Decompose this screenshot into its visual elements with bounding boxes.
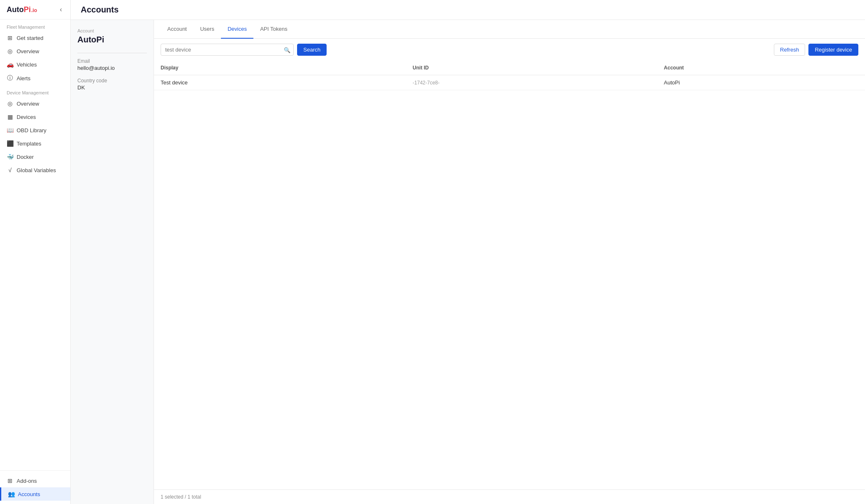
logo-text: AutoPi.io [7, 5, 37, 14]
collapse-button[interactable]: ‹ [58, 5, 64, 14]
sidebar-item-vehicles[interactable]: 🚗 Vehicles [0, 58, 70, 71]
sidebar-logo: AutoPi.io ‹ [0, 0, 70, 20]
sidebar-item-label: Accounts [18, 491, 40, 497]
devices-table: Display Unit ID Account Test device -174… [154, 61, 865, 90]
sidebar-item-label: OBD Library [17, 127, 47, 133]
country-field: Country code DK [77, 78, 147, 91]
email-label: Email [77, 58, 147, 64]
divider [77, 53, 147, 53]
sidebar-item-accounts[interactable]: 👥 Accounts [0, 487, 70, 501]
sidebar-item-overview-fleet[interactable]: ◎ Overview [0, 44, 70, 58]
sidebar-item-label: Global Variables [17, 167, 56, 173]
table-row[interactable]: Test device -1742-7ce8- AutoPi [154, 75, 865, 90]
sidebar-item-label: Templates [17, 141, 41, 147]
col-account: Account [657, 61, 865, 75]
sidebar-item-label: Add-ons [17, 478, 37, 484]
devices-panel: Account Users Devices API Tokens 🔍 Searc… [154, 20, 865, 504]
table-summary: 1 selected / 1 total [161, 494, 201, 500]
search-button[interactable]: Search [297, 44, 327, 56]
sidebar-item-docker[interactable]: 🐳 Docker [0, 150, 70, 163]
accounts-icon: 👥 [8, 491, 15, 497]
main-content: Accounts Account AutoPi Email hello@auto… [71, 0, 865, 504]
email-field: Email hello@autopi.io [77, 58, 147, 71]
sidebar-item-label: Overview [17, 101, 39, 107]
sidebar-item-label: Alerts [17, 75, 30, 82]
sidebar-item-alerts[interactable]: ⓘ Alerts [0, 71, 70, 85]
cell-display: Test device [154, 75, 406, 90]
logo-suffix: .io [31, 7, 37, 13]
account-panel-label: Account [77, 28, 147, 33]
sidebar-item-add-ons[interactable]: ⊞ Add-ons [0, 474, 70, 487]
devices-icon: ▦ [7, 114, 13, 120]
country-label: Country code [77, 78, 147, 84]
page-header: Accounts [71, 0, 865, 20]
sidebar-bottom: ⊞ Add-ons 👥 Accounts [0, 470, 70, 504]
vehicle-icon: 🚗 [7, 61, 13, 68]
sidebar-item-templates[interactable]: ⬛ Templates [0, 137, 70, 150]
country-value: DK [77, 84, 147, 91]
tabs: Account Users Devices API Tokens [154, 20, 865, 39]
variables-icon: √ [7, 167, 13, 173]
account-panel: Account AutoPi Email hello@autopi.io Cou… [71, 20, 154, 504]
refresh-button[interactable]: Refresh [774, 44, 806, 56]
sidebar-item-label: Overview [17, 48, 39, 54]
alert-icon: ⓘ [7, 74, 13, 82]
table-container: Display Unit ID Account Test device -174… [154, 61, 865, 489]
email-value: hello@autopi.io [77, 65, 147, 71]
sidebar-item-global-variables[interactable]: √ Global Variables [0, 163, 70, 177]
obd-icon: 📖 [7, 127, 13, 133]
docker-icon: 🐳 [7, 153, 13, 160]
search-icon: 🔍 [284, 47, 290, 53]
sidebar-item-label: Docker [17, 154, 34, 160]
addons-icon: ⊞ [7, 477, 13, 484]
sidebar-item-overview-device[interactable]: ◎ Overview [0, 97, 70, 110]
sidebar-item-get-started[interactable]: ⊞ Get started [0, 31, 70, 44]
register-device-button[interactable]: Register device [808, 44, 858, 56]
account-panel-name: AutoPi [77, 35, 147, 44]
tab-users[interactable]: Users [193, 20, 221, 39]
tab-api-tokens[interactable]: API Tokens [253, 20, 294, 39]
sidebar: AutoPi.io ‹ Fleet Management ⊞ Get start… [0, 0, 71, 504]
search-input[interactable] [161, 44, 294, 56]
overview-icon: ◎ [7, 100, 13, 107]
sidebar-item-label: Vehicles [17, 62, 37, 68]
sidebar-item-obd-library[interactable]: 📖 OBD Library [0, 124, 70, 137]
page-title: Accounts [81, 5, 119, 14]
cell-unit-id: -1742-7ce8- [406, 75, 657, 90]
tab-devices[interactable]: Devices [221, 20, 253, 39]
toolbar: 🔍 Search Refresh Register device [154, 39, 865, 61]
cell-account: AutoPi [657, 75, 865, 90]
grid-icon: ⊞ [7, 35, 13, 41]
fleet-management-label: Fleet Management [0, 20, 70, 31]
tab-account[interactable]: Account [161, 20, 193, 39]
templates-icon: ⬛ [7, 140, 13, 147]
sidebar-item-label: Get started [17, 35, 43, 41]
device-management-label: Device Management [0, 85, 70, 97]
sidebar-item-label: Devices [17, 114, 36, 120]
overview-icon: ◎ [7, 48, 13, 54]
search-wrapper: 🔍 [161, 44, 294, 56]
content-area: Account AutoPi Email hello@autopi.io Cou… [71, 20, 865, 504]
sidebar-item-devices[interactable]: ▦ Devices [0, 110, 70, 124]
toolbar-right: Refresh Register device [774, 44, 858, 56]
col-unit-id: Unit ID [406, 61, 657, 75]
table-footer: 1 selected / 1 total [154, 489, 865, 504]
col-display: Display [154, 61, 406, 75]
